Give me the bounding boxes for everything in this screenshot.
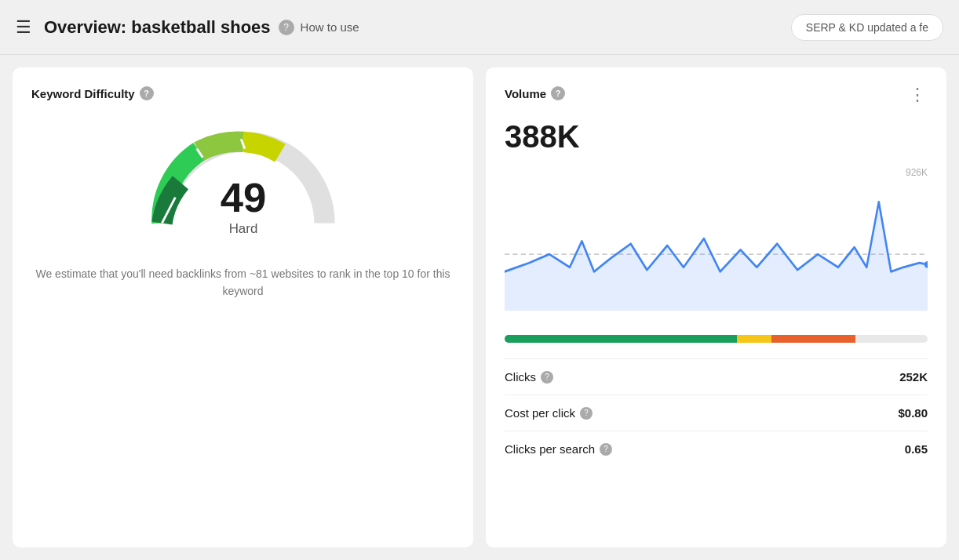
clicks-row: Clicks ? 252K <box>505 358 928 395</box>
cpc-row: Cost per click ? $0.80 <box>505 395 928 431</box>
kd-card-title: Keyword Difficulty ? <box>31 86 454 100</box>
chart-y-label: 926K <box>906 167 928 178</box>
page-help-icon[interactable]: ? <box>279 20 294 35</box>
estimate-text: We estimate that you'll need backlinks f… <box>31 265 454 300</box>
gauge-label: Hard <box>228 221 257 236</box>
volume-chart-container: 926K <box>505 167 928 324</box>
volume-progress-bar <box>505 335 928 343</box>
cpc-label: Cost per click ? <box>505 406 599 420</box>
clicks-help-icon[interactable]: ? <box>541 371 553 384</box>
kd-help-icon[interactable]: ? <box>140 86 154 100</box>
page-title: Overview: basketball shoes <box>44 17 271 38</box>
clicks-value: 252K <box>899 370 928 384</box>
cps-value: 0.65 <box>905 442 928 456</box>
progress-green <box>505 335 737 343</box>
volume-card-title: Volume ? <box>505 86 571 100</box>
hamburger-icon[interactable]: ☰ <box>16 17 31 38</box>
header: ☰ Overview: basketball shoes ? How to us… <box>0 0 959 55</box>
how-to-use-link[interactable]: How to use <box>301 20 359 34</box>
progress-yellow <box>737 335 771 343</box>
keyword-difficulty-card: Keyword Difficulty ? <box>13 67 473 547</box>
volume-title-text: Volume <box>505 87 546 100</box>
gauge-score: 49 <box>220 174 266 220</box>
gauge-container: 49 Hard <box>31 116 454 242</box>
cps-label: Clicks per search ? <box>505 442 618 456</box>
cpc-value: $0.80 <box>898 406 928 420</box>
volume-value: 388K <box>505 119 928 155</box>
volume-line-chart <box>505 167 928 324</box>
volume-card: Volume ? ⋮ 388K 926K <box>486 67 946 547</box>
gauge-chart: 49 Hard <box>133 116 353 242</box>
progress-orange <box>771 335 856 343</box>
main-content: Keyword Difficulty ? <box>0 55 959 560</box>
cpc-help-icon[interactable]: ? <box>580 407 593 420</box>
volume-help-icon[interactable]: ? <box>551 86 565 100</box>
kd-title-text: Keyword Difficulty <box>31 87 135 100</box>
clicks-label: Clicks ? <box>505 370 560 384</box>
volume-dots-menu[interactable]: ⋮ <box>909 86 928 104</box>
serp-badge: SERP & KD updated a fe <box>791 14 943 41</box>
cps-row: Clicks per search ? 0.65 <box>505 431 928 467</box>
cps-help-icon[interactable]: ? <box>600 443 612 456</box>
volume-header: Volume ? ⋮ <box>505 86 928 116</box>
